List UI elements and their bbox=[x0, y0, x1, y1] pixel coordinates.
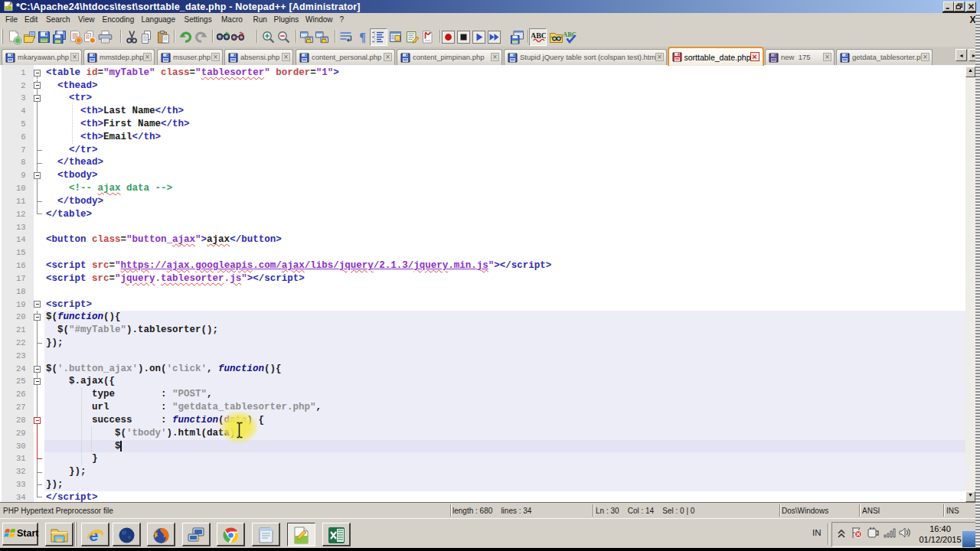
svg-text:¶: ¶ bbox=[359, 31, 366, 44]
svg-text:ABC: ABC bbox=[531, 31, 546, 40]
